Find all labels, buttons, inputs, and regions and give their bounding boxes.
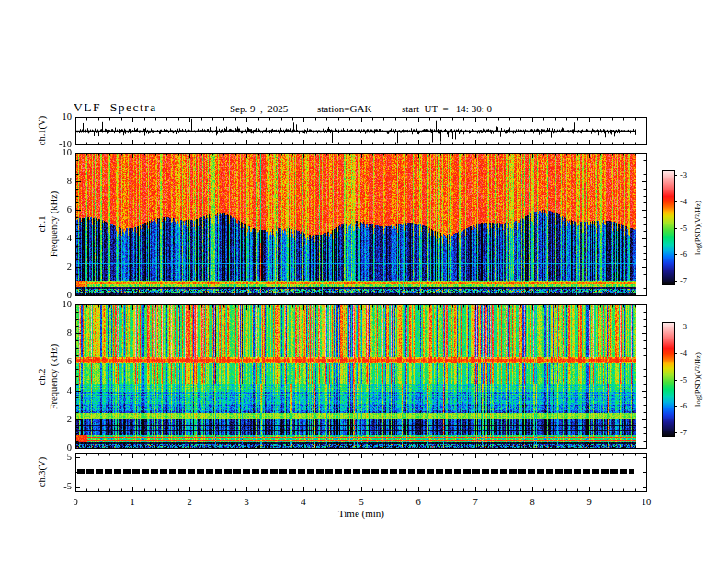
ch1-freq-ytick-label: 4 <box>37 233 72 244</box>
ch1-colorbar <box>662 170 679 285</box>
colorbar2-tick-label: -4 <box>680 349 687 358</box>
ch3-ytick-label: 5 <box>37 452 72 463</box>
time-xtick-label: 8 <box>520 497 544 508</box>
ch2-freq-ytick-label: 6 <box>37 356 72 367</box>
colorbar1-tick-label: -5 <box>680 224 687 233</box>
time-xtick-label: 6 <box>406 497 430 508</box>
plot-title: VLF Spectra <box>74 100 157 115</box>
ch1-freq-ytick-label: 10 <box>37 147 72 158</box>
colorbar1-tick-label: -3 <box>680 170 687 179</box>
ch1-freq-ytick-label: 2 <box>37 261 72 272</box>
ch1-freq-ytick-label: 8 <box>37 176 72 187</box>
ch1-freq-ytick-label: 6 <box>37 204 72 215</box>
colorbar1-tick-label: -7 <box>680 276 687 285</box>
colorbar2-tick-label: -6 <box>680 401 687 410</box>
colorbar2-tick-label: -7 <box>680 428 687 437</box>
colorbar1-tick-label: -6 <box>680 249 687 259</box>
ch3-waveform-panel <box>75 453 647 492</box>
ch2-freq-ytick-label: 10 <box>37 299 72 310</box>
time-xtick-label: 2 <box>177 497 201 508</box>
ch1-spectrogram-panel <box>75 153 647 296</box>
time-xtick-label: 10 <box>634 497 658 508</box>
ch2-colorbar <box>662 322 679 437</box>
ch2-freq-ytick-label: 2 <box>37 414 72 425</box>
time-xtick-label: 9 <box>577 497 601 508</box>
vlf-spectra-figure: VLF Spectra Sep. 9 , 2025 station=GAK st… <box>0 0 728 563</box>
ch2-freq-ytick-label: 8 <box>37 327 72 339</box>
time-xtick-label: 0 <box>63 497 87 508</box>
start-ut-label: start UT = 14: 30: 0 <box>402 103 492 114</box>
station-label: station=GAK <box>317 103 371 114</box>
time-xtick-label: 1 <box>120 497 144 508</box>
plot-date: Sep. 9 , 2025 <box>230 103 288 114</box>
ch2-spectrogram-panel <box>75 304 647 449</box>
time-xtick-label: 3 <box>234 497 258 508</box>
ch1-waveform-panel <box>75 117 647 145</box>
time-axis-label: Time (min) <box>269 508 453 519</box>
ch3-ytick-label: -5 <box>37 481 72 492</box>
ch2-colorbar-label: log(PSD)(V²/Hz) <box>692 325 702 435</box>
colorbar2-tick-label: -5 <box>680 375 687 385</box>
colorbar1-tick-label: -4 <box>680 197 687 206</box>
ch1-colorbar-label: log(PSD)(V²/Hz) <box>692 173 702 283</box>
ch1-ytick-label: 10 <box>37 111 72 122</box>
ch2-freq-ytick-label: 4 <box>37 385 72 396</box>
time-xtick-label: 5 <box>349 497 373 508</box>
time-xtick-label: 4 <box>291 497 315 508</box>
colorbar2-tick-label: -3 <box>680 322 687 331</box>
time-xtick-label: 7 <box>463 497 487 508</box>
